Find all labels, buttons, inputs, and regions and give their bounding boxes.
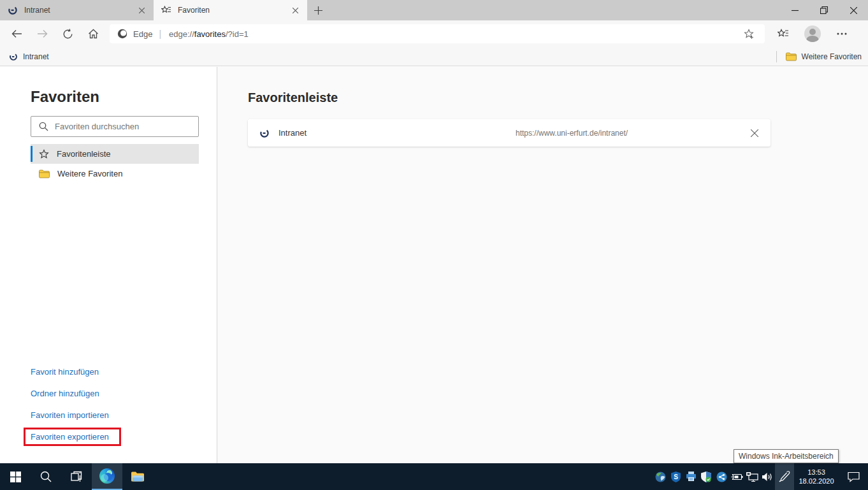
taskbar-edge-button[interactable] xyxy=(92,463,122,490)
avatar-icon xyxy=(804,25,821,42)
favorite-url: https://www.uni-erfurt.de/intranet/ xyxy=(516,129,745,138)
system-tray: S 13:53 1 xyxy=(653,463,868,490)
search-input[interactable] xyxy=(55,122,193,131)
import-favorites-link[interactable]: Favoriten importieren xyxy=(0,405,217,426)
window-controls xyxy=(780,0,868,20)
address-divider: | xyxy=(159,29,161,39)
browser-window: Intranet Favoriten xyxy=(0,0,868,490)
tab-intranet[interactable]: Intranet xyxy=(0,0,154,20)
folder-icon xyxy=(786,52,797,61)
windows-ink-pen-tray-icon[interactable] xyxy=(775,463,794,490)
tab-title: Intranet xyxy=(24,6,134,15)
home-button[interactable] xyxy=(80,22,106,45)
back-button[interactable] xyxy=(4,22,29,45)
share-app-tray-icon[interactable] xyxy=(714,463,729,490)
tab-close-icon[interactable] xyxy=(134,3,148,17)
url-scheme: edge:// xyxy=(169,29,194,39)
main-panel-title: Favoritenleiste xyxy=(248,90,338,105)
intranet-favicon xyxy=(9,52,18,61)
clock-time: 13:53 xyxy=(807,468,825,477)
search-icon xyxy=(39,122,48,131)
volume-tray-icon[interactable] xyxy=(760,463,775,490)
windows-defender-tray-icon[interactable] xyxy=(698,463,714,490)
add-folder-link[interactable]: Ordner hinzufügen xyxy=(0,383,217,405)
page-content: Favoriten Favoritenleiste xyxy=(0,67,868,463)
folder-icon xyxy=(39,169,50,178)
svg-text:S: S xyxy=(674,473,678,480)
favorites-hub-icon xyxy=(161,5,171,15)
ethernet-network-tray-icon[interactable] xyxy=(744,463,760,490)
clock-date: 18.02.2020 xyxy=(799,477,834,486)
sophos-shield-tray-icon[interactable]: S xyxy=(668,463,683,490)
favorites-hub-button[interactable] xyxy=(771,22,795,45)
other-favorites-label: Weitere Favoriten xyxy=(802,52,862,61)
address-bar[interactable]: Edge | edge://favorites/?id=1 xyxy=(110,24,765,43)
printer-tray-icon[interactable] xyxy=(683,463,698,490)
forward-button[interactable] xyxy=(29,22,55,45)
sidebar-folder-list: Favoritenleiste Weitere Favoriten xyxy=(31,144,199,184)
reload-button[interactable] xyxy=(55,22,80,45)
favorites-search-box[interactable] xyxy=(31,116,199,137)
star-icon xyxy=(39,149,49,159)
remove-favorite-icon[interactable] xyxy=(745,124,764,143)
add-favorite-star-icon[interactable] xyxy=(737,22,761,45)
edge-logo-icon xyxy=(117,29,127,39)
taskbar: S 13:53 1 xyxy=(0,463,868,490)
url-host: favorites xyxy=(194,29,226,39)
favorites-bar: Intranet Weitere Favoriten xyxy=(0,47,868,66)
start-button[interactable] xyxy=(0,463,31,490)
favorites-bar-item-label: Intranet xyxy=(23,52,49,61)
favorite-row-intranet[interactable]: Intranet https://www.uni-erfurt.de/intra… xyxy=(248,119,770,147)
windows-ink-tooltip: Windows Ink-Arbeitsbereich xyxy=(734,449,839,463)
battery-charging-tray-icon[interactable] xyxy=(729,463,744,490)
intranet-favicon xyxy=(8,5,18,15)
other-favorites-button[interactable]: Weitere Favoriten xyxy=(776,51,868,62)
favorites-bar-item-intranet[interactable]: Intranet xyxy=(0,52,55,61)
favorite-name: Intranet xyxy=(278,128,516,138)
sidebar-item-weitere-favoriten[interactable]: Weitere Favoriten xyxy=(31,164,199,184)
close-window-button[interactable] xyxy=(839,0,868,20)
settings-menu-button[interactable] xyxy=(830,22,854,45)
add-favorite-link[interactable]: Favorit hinzufügen xyxy=(0,361,217,383)
minimize-button[interactable] xyxy=(780,0,809,20)
taskbar-clock[interactable]: 13:53 18.02.2020 xyxy=(794,463,839,490)
new-tab-button[interactable] xyxy=(307,0,329,20)
tab-close-icon[interactable] xyxy=(288,3,302,17)
action-center-button[interactable] xyxy=(839,463,868,490)
site-name-label: Edge xyxy=(133,29,152,39)
sidebar-title: Favoriten xyxy=(31,88,99,106)
tab-title: Favoriten xyxy=(178,6,288,15)
taskbar-search-button[interactable] xyxy=(31,463,61,490)
favorites-bar-divider xyxy=(776,51,777,62)
favorites-sidebar: Favoriten Favoritenleiste xyxy=(0,67,217,463)
sidebar-item-favoritenleiste[interactable]: Favoritenleiste xyxy=(31,144,199,164)
export-favorites-link[interactable]: Favoriten exportieren xyxy=(0,426,217,448)
task-view-button[interactable] xyxy=(61,463,92,490)
title-bar: Intranet Favoriten xyxy=(0,0,868,20)
network-app-tray-icon[interactable] xyxy=(653,463,668,490)
restore-button[interactable] xyxy=(809,0,839,20)
favorites-main-panel: Favoritenleiste Intranet https://www.uni… xyxy=(218,67,868,463)
profile-avatar[interactable] xyxy=(800,22,825,45)
taskbar-explorer-button[interactable] xyxy=(122,463,153,490)
edge-logo-icon xyxy=(99,468,115,484)
navigation-bar: Edge | edge://favorites/?id=1 xyxy=(0,20,868,47)
intranet-favicon xyxy=(259,128,270,138)
sidebar-actions: Favorit hinzufügen Ordner hinzufügen Fav… xyxy=(0,361,217,448)
sidebar-item-label: Favoritenleiste xyxy=(57,149,111,159)
url-path: /?id=1 xyxy=(226,29,249,39)
tab-favoriten[interactable]: Favoriten xyxy=(154,0,307,20)
sidebar-item-label: Weitere Favoriten xyxy=(57,169,122,178)
